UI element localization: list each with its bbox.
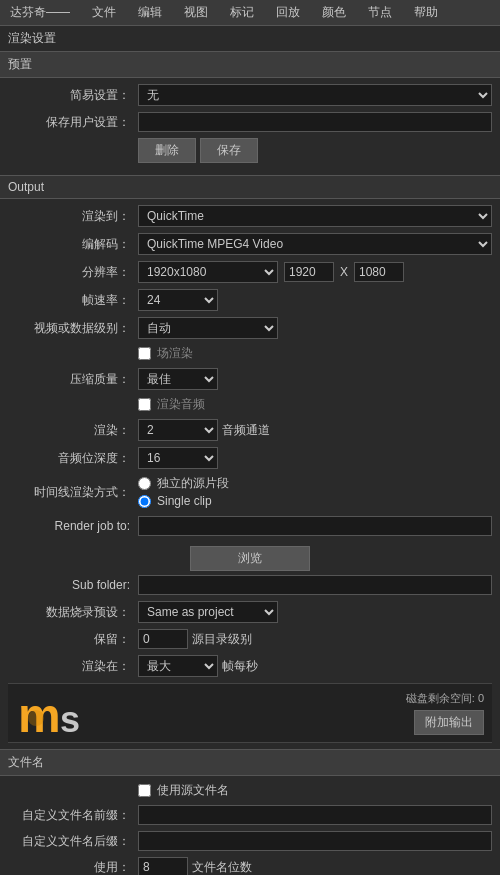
- codec-select[interactable]: QuickTime MPEG4 Video: [138, 233, 492, 255]
- data-burn-control: Same as project: [138, 601, 492, 623]
- resolution-controls: 1920x1080 X: [138, 261, 492, 283]
- resolution-x-label: X: [340, 265, 348, 279]
- add-output-button[interactable]: 附加输出: [414, 710, 484, 735]
- preserve-suffix: 源目录级别: [192, 631, 252, 648]
- custom-suffix-input[interactable]: [138, 831, 492, 851]
- render-in-suffix: 帧每秒: [222, 658, 258, 675]
- custom-prefix-control: [138, 805, 492, 825]
- render-to-row: 渲染到： QuickTime: [8, 205, 492, 227]
- use-source-control: 使用源文件名: [138, 782, 492, 799]
- use-source-checkbox[interactable]: [138, 784, 151, 797]
- compress-quality-row: 压缩质量： 最佳: [8, 368, 492, 390]
- bit-depth-row: 音频位深度： 16: [8, 447, 492, 469]
- preserve-control: 源目录级别: [138, 629, 492, 649]
- render-audio-checkbox[interactable]: [138, 398, 151, 411]
- use-digits-label: 使用：: [8, 859, 138, 876]
- filename-section: 文件名 使用源文件名 自定义文件名前缀： 自定义文件名后缀： 使用：: [0, 749, 500, 875]
- render-audio-label: 渲染音频: [157, 396, 205, 413]
- custom-prefix-row: 自定义文件名前缀：: [8, 805, 492, 825]
- framerate-select[interactable]: 24: [138, 289, 218, 311]
- timeline-radio2-label: Single clip: [157, 494, 212, 508]
- channels-select[interactable]: 2: [138, 419, 218, 441]
- compress-quality-select[interactable]: 最佳: [138, 368, 218, 390]
- subfolder-control: [138, 575, 492, 595]
- video-quality-row: 视频或数据级别： 自动: [8, 317, 492, 339]
- video-quality-select[interactable]: 自动: [138, 317, 278, 339]
- menu-file[interactable]: 文件: [86, 2, 122, 23]
- resolution-row: 分辨率： 1920x1080 X: [8, 261, 492, 283]
- bit-depth-label: 音频位深度：: [8, 450, 138, 467]
- render-audio-control: 渲染音频: [138, 396, 492, 413]
- browse-row: 浏览: [8, 542, 492, 575]
- timeline-radio2[interactable]: [138, 495, 151, 508]
- simple-setting-control: 无: [138, 84, 492, 106]
- resolution-preset-select[interactable]: 1920x1080: [138, 261, 278, 283]
- channels-label: 渲染：: [8, 422, 138, 439]
- menu-view[interactable]: 视图: [178, 2, 214, 23]
- svg-point-2: [28, 710, 44, 726]
- resolution-label: 分辨率：: [8, 264, 138, 281]
- digit-count-suffix: 文件名位数: [192, 859, 252, 876]
- browse-button[interactable]: 浏览: [190, 546, 310, 571]
- use-digits-control: 文件名位数: [138, 857, 492, 875]
- video-quality-control: 自动: [138, 317, 492, 339]
- menu-help[interactable]: 帮助: [408, 2, 444, 23]
- render-to-control: QuickTime: [138, 205, 492, 227]
- menu-node[interactable]: 节点: [362, 2, 398, 23]
- delete-preset-button[interactable]: 删除: [138, 138, 196, 163]
- subfolder-row: Sub folder:: [8, 575, 492, 595]
- framerate-row: 帧速率： 24: [8, 289, 492, 311]
- render-in-row: 渲染在： 最大 帧每秒: [8, 655, 492, 677]
- menu-marker[interactable]: 标记: [224, 2, 260, 23]
- use-source-row: 使用源文件名: [8, 782, 492, 799]
- resolution-width-input[interactable]: [284, 262, 334, 282]
- custom-prefix-input[interactable]: [138, 805, 492, 825]
- audio-channels-row: 渲染： 2 音频通道: [8, 419, 492, 441]
- menu-bar: 达芬奇—— 文件 编辑 视图 标记 回放 颜色 节点 帮助: [0, 0, 500, 26]
- save-user-input[interactable]: [138, 112, 492, 132]
- output-header: Output: [0, 176, 500, 199]
- use-source-label: 使用源文件名: [157, 782, 229, 799]
- simple-setting-row: 简易设置： 无: [8, 84, 492, 106]
- render-to-label: 渲染到：: [8, 208, 138, 225]
- save-user-row: 保存用户设置：: [8, 112, 492, 132]
- timeline-radio2-row: Single clip: [138, 494, 492, 508]
- data-burn-select[interactable]: Same as project: [138, 601, 278, 623]
- render-in-select[interactable]: 最大: [138, 655, 218, 677]
- resolution-height-input[interactable]: [354, 262, 404, 282]
- render-to-select[interactable]: QuickTime: [138, 205, 492, 227]
- menu-color[interactable]: 颜色: [316, 2, 352, 23]
- compress-quality-control: 最佳: [138, 368, 492, 390]
- digit-count-input[interactable]: [138, 857, 188, 875]
- menu-edit[interactable]: 编辑: [132, 2, 168, 23]
- timeline-radio1[interactable]: [138, 477, 151, 490]
- codec-control: QuickTime MPEG4 Video: [138, 233, 492, 255]
- save-preset-button[interactable]: 保存: [200, 138, 258, 163]
- preset-section: 简易设置： 无 保存用户设置： 删除 保存: [0, 78, 500, 175]
- filename-body: 使用源文件名 自定义文件名前缀： 自定义文件名后缀： 使用： 文件名位数: [0, 776, 500, 875]
- bit-depth-select[interactable]: 16: [138, 447, 218, 469]
- render-job-label: Render job to:: [8, 519, 138, 533]
- page-title: 渲染设置: [0, 26, 500, 51]
- render-job-input[interactable]: [138, 516, 492, 536]
- simple-setting-select[interactable]: 无: [138, 84, 492, 106]
- render-in-label: 渲染在：: [8, 658, 138, 675]
- channels-suffix: 音频通道: [222, 422, 270, 439]
- subfolder-input[interactable]: [138, 575, 492, 595]
- custom-suffix-control: [138, 831, 492, 851]
- menu-davinci[interactable]: 达芬奇——: [4, 2, 76, 23]
- disk-and-output: 磁盘剩余空间: 0 附加输出: [406, 691, 484, 735]
- menu-playback[interactable]: 回放: [270, 2, 306, 23]
- custom-suffix-label: 自定义文件名后缀：: [8, 833, 138, 850]
- logo-icon: m s: [16, 688, 96, 738]
- render-job-control: [138, 516, 492, 536]
- field-render-checkbox[interactable]: [138, 347, 151, 360]
- data-burn-label: 数据烧录预设：: [8, 604, 138, 621]
- timeline-render-label: 时间线渲染方式：: [8, 484, 138, 501]
- preserve-input[interactable]: [138, 629, 188, 649]
- output-section: Output 渲染到： QuickTime 编解码： QuickTime MPE…: [0, 175, 500, 749]
- compress-quality-label: 压缩质量：: [8, 371, 138, 388]
- timeline-render-row: 时间线渲染方式： 独立的源片段 Single clip: [8, 475, 492, 510]
- custom-prefix-label: 自定义文件名前缀：: [8, 807, 138, 824]
- codec-row: 编解码： QuickTime MPEG4 Video: [8, 233, 492, 255]
